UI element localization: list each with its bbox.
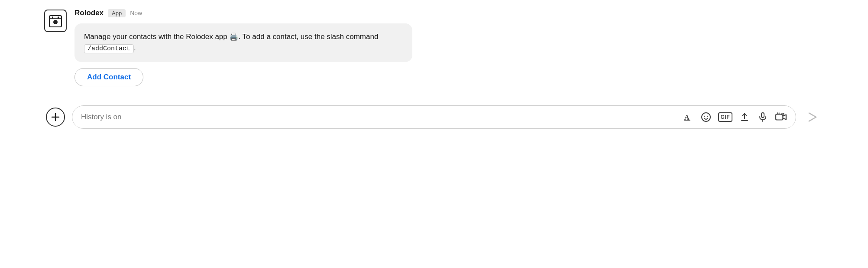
video-icon[interactable] <box>775 111 787 123</box>
chat-container: Rolodex App Now Manage your contacts wit… <box>44 9 824 129</box>
input-wrapper: A GIF <box>72 105 796 129</box>
plus-button[interactable] <box>46 108 65 127</box>
gif-icon[interactable]: GIF <box>718 112 733 122</box>
message-text-part2: . To add a contact, use the slash comman… <box>238 33 378 41</box>
avatar-icon <box>49 14 62 28</box>
svg-rect-3 <box>52 16 53 19</box>
emoji-icon[interactable] <box>700 111 712 123</box>
svg-rect-14 <box>761 113 764 118</box>
add-contact-label: Add Contact <box>87 73 131 82</box>
app-badge: App <box>108 9 126 17</box>
timestamp: Now <box>130 10 142 16</box>
mic-icon[interactable] <box>757 111 769 123</box>
svg-rect-4 <box>58 16 59 19</box>
send-icon <box>806 111 819 123</box>
text-format-icon[interactable]: A <box>682 111 694 123</box>
avatar <box>44 10 67 32</box>
app-name: Rolodex <box>74 9 104 17</box>
message-input[interactable] <box>81 113 677 121</box>
plus-icon <box>50 112 61 122</box>
slash-command: /addContact <box>84 44 134 53</box>
add-contact-button[interactable]: Add Contact <box>74 68 143 86</box>
input-icons: A GIF <box>682 111 787 123</box>
upload-icon[interactable] <box>738 111 751 123</box>
message-bubble: Manage your contacts with the Rolodex ap… <box>74 23 412 62</box>
message-row: Rolodex App Now Manage your contacts wit… <box>44 9 824 86</box>
input-row: A GIF <box>44 105 824 129</box>
send-button[interactable] <box>803 108 822 127</box>
message-text-part3: . <box>134 44 136 52</box>
message-content: Rolodex App Now Manage your contacts wit… <box>74 9 824 86</box>
message-header: Rolodex App Now <box>74 9 824 17</box>
svg-point-2 <box>53 20 58 24</box>
rolodex-emoji: 🖨️ <box>229 33 238 41</box>
svg-point-11 <box>706 115 707 116</box>
svg-point-10 <box>704 115 705 116</box>
message-text-part1: Manage your contacts with the Rolodex ap… <box>84 33 229 41</box>
svg-point-9 <box>702 113 710 121</box>
